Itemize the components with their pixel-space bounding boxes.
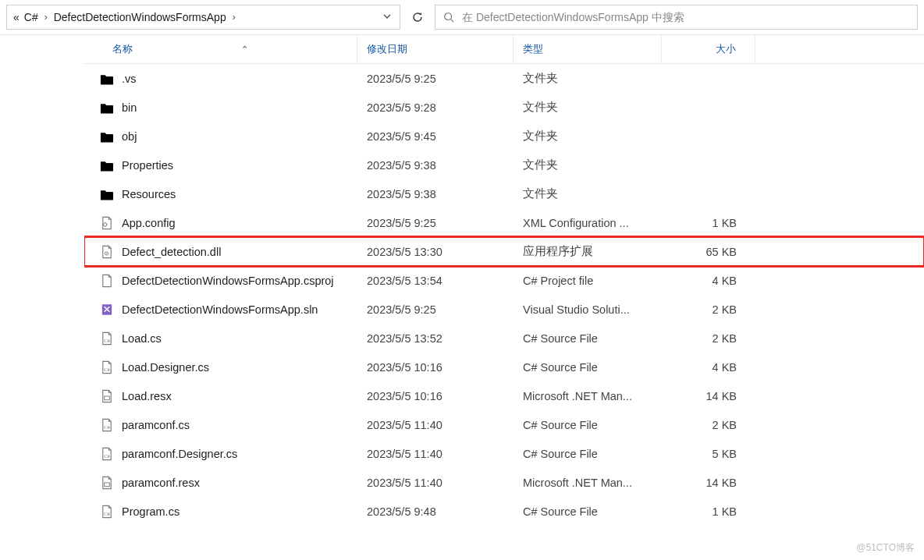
file-name-label: Load.cs	[122, 332, 162, 345]
cell-size: 2 KB	[662, 303, 755, 316]
cell-type: 文件夹	[514, 71, 662, 86]
cell-name: DefectDetectionWindowsFormsApp.sln	[84, 303, 357, 317]
file-name-label: Defect_detection.dll	[122, 246, 221, 258]
file-row[interactable]: C#Load.cs2023/5/5 13:52C# Source File2 K…	[84, 324, 924, 353]
breadcrumb[interactable]: « C# › DefectDetectionWindowsFormsApp ›	[6, 5, 400, 30]
file-row[interactable]: C#Program.cs2023/5/5 9:48C# Source File1…	[84, 497, 924, 526]
cell-type: C# Source File	[514, 419, 662, 431]
file-row[interactable]: C#Load.Designer.cs2023/5/5 10:16C# Sourc…	[84, 353, 924, 381]
cell-name: C#paramconf.Designer.cs	[84, 447, 357, 461]
file-name-label: paramconf.Designer.cs	[122, 448, 237, 460]
file-row[interactable]: obj2023/5/5 9:45文件夹	[84, 122, 924, 151]
breadcrumb-part-1[interactable]: DefectDetectionWindowsFormsApp	[54, 11, 226, 23]
chevron-right-icon: ›	[233, 12, 236, 23]
svg-text:C#: C#	[104, 510, 110, 516]
search-box[interactable]	[435, 5, 918, 30]
cell-date: 2023/5/5 9:28	[357, 101, 514, 114]
column-header-type[interactable]: 类型	[514, 35, 662, 63]
folder-icon	[100, 72, 114, 86]
address-search-bar: « C# › DefectDetectionWindowsFormsApp ›	[0, 0, 924, 35]
csharp-file-icon: C#	[100, 331, 114, 346]
cell-date: 2023/5/5 9:45	[357, 130, 514, 143]
column-header-name-label: 名称	[112, 42, 133, 56]
file-row[interactable]: bin2023/5/5 9:28文件夹	[84, 93, 924, 122]
search-icon	[443, 12, 454, 23]
file-row[interactable]: DefectDetectionWindowsFormsApp.sln2023/5…	[84, 295, 924, 324]
file-name-label: obj	[122, 130, 137, 143]
cell-type: 文件夹	[514, 158, 662, 172]
cell-date: 2023/5/5 9:38	[357, 188, 514, 200]
cell-size: 14 KB	[662, 477, 755, 489]
cell-size: 2 KB	[662, 332, 755, 345]
resx-file-icon	[100, 389, 114, 403]
svg-rect-8	[105, 396, 110, 400]
file-row[interactable]: C#paramconf.Designer.cs2023/5/5 11:40C# …	[84, 439, 924, 468]
cell-date: 2023/5/5 11:40	[357, 448, 514, 460]
csharp-file-icon: C#	[100, 418, 114, 432]
file-name-label: Load.resx	[122, 390, 172, 402]
resx-file-icon	[100, 476, 114, 490]
svg-rect-11	[105, 483, 110, 487]
cell-type: Visual Studio Soluti...	[514, 303, 662, 316]
file-name-label: paramconf.cs	[122, 419, 190, 431]
file-row[interactable]: Load.resx2023/5/5 10:16Microsoft .NET Ma…	[84, 381, 924, 410]
column-header-size-label: 大小	[716, 42, 736, 56]
chevron-right-icon: ›	[44, 12, 48, 23]
refresh-button[interactable]	[405, 5, 430, 30]
cell-date: 2023/5/5 13:54	[357, 275, 514, 287]
cell-type: C# Source File	[514, 361, 662, 374]
cell-type: Microsoft .NET Man...	[514, 390, 662, 402]
file-name-label: DefectDetectionWindowsFormsApp.sln	[122, 303, 318, 316]
file-name-label: App.config	[122, 217, 176, 229]
svg-text:C#: C#	[104, 424, 110, 429]
file-row[interactable]: DefectDetectionWindowsFormsApp.csproj202…	[84, 266, 924, 295]
breadcrumb-history-chevron-icon[interactable]	[375, 11, 400, 23]
file-name-label: DefectDetectionWindowsFormsApp.csproj	[122, 275, 334, 287]
breadcrumb-part-0[interactable]: C#	[24, 11, 38, 23]
folder-icon	[100, 129, 114, 144]
cell-name: Resources	[84, 187, 357, 201]
column-header-date-label: 修改日期	[367, 42, 407, 56]
cell-size: 4 KB	[662, 275, 755, 287]
cell-name: DefectDetectionWindowsFormsApp.csproj	[84, 274, 357, 288]
svg-text:C#: C#	[104, 337, 110, 342]
file-rows: .vs2023/5/5 9:25文件夹bin2023/5/5 9:28文件夹ob…	[84, 64, 924, 560]
cell-type: C# Source File	[514, 332, 662, 345]
column-header-name[interactable]: 名称 ⌃	[84, 35, 357, 63]
cell-date: 2023/5/5 9:25	[357, 73, 514, 85]
file-row[interactable]: App.config2023/5/5 9:25XML Configuration…	[84, 208, 924, 237]
cell-name: paramconf.resx	[84, 476, 357, 490]
cell-size: 2 KB	[662, 419, 755, 431]
file-row[interactable]: C#paramconf.cs2023/5/5 11:40C# Source Fi…	[84, 410, 924, 439]
file-row[interactable]: paramconf.resx2023/5/5 11:40Microsoft .N…	[84, 468, 924, 497]
file-row[interactable]: .vs2023/5/5 9:25文件夹	[84, 64, 924, 93]
cell-name: bin	[84, 101, 357, 115]
cell-name: C#Load.Designer.cs	[84, 360, 357, 374]
sln-file-icon	[100, 303, 114, 317]
cell-type: XML Configuration ...	[514, 217, 662, 229]
cell-type: Microsoft .NET Man...	[514, 477, 662, 489]
folder-icon	[100, 101, 114, 115]
cell-date: 2023/5/5 9:48	[357, 505, 514, 518]
explorer-main: 名称 ⌃ 修改日期 类型 大小 .vs2023/5/5 9:25文件夹bin20…	[0, 35, 924, 560]
sort-ascending-icon: ⌃	[241, 44, 248, 55]
csharp-file-icon: C#	[100, 505, 114, 519]
cell-date: 2023/5/5 10:16	[357, 361, 514, 374]
file-row[interactable]: Properties2023/5/5 9:38文件夹	[84, 151, 924, 179]
folder-icon	[100, 187, 114, 201]
cell-name: Defect_detection.dll	[84, 245, 357, 259]
cell-size: 1 KB	[662, 217, 755, 229]
breadcrumb-more[interactable]: «	[13, 11, 20, 23]
search-input[interactable]	[460, 10, 917, 24]
cell-date: 2023/5/5 13:30	[357, 246, 514, 258]
svg-point-2	[103, 222, 106, 225]
cell-type: C# Project file	[514, 275, 662, 287]
cell-date: 2023/5/5 11:40	[357, 419, 514, 431]
file-row[interactable]: Defect_detection.dll2023/5/5 13:30应用程序扩展…	[84, 237, 924, 266]
refresh-icon	[411, 11, 424, 23]
column-header-size[interactable]: 大小	[662, 35, 755, 63]
file-row[interactable]: Resources2023/5/5 9:38文件夹	[84, 179, 924, 208]
cell-name: Properties	[84, 158, 357, 172]
column-header-date[interactable]: 修改日期	[357, 35, 514, 63]
svg-line-1	[451, 19, 454, 23]
